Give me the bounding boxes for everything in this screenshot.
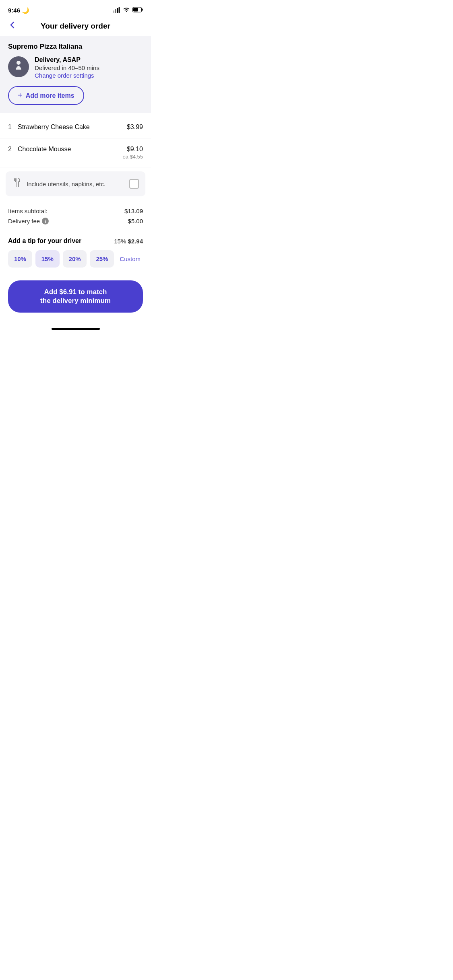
signal-icon xyxy=(113,7,120,14)
utensils-section: Include utensils, napkins, etc. xyxy=(6,171,145,196)
tip-header: Add a tip for your driver 15% $2.94 xyxy=(8,237,143,245)
delivery-mode: Delivery, ASAP xyxy=(35,56,99,64)
delivery-fee-info-icon[interactable]: i xyxy=(42,218,49,224)
svg-point-7 xyxy=(17,61,21,65)
tip-amount-value: $2.94 xyxy=(128,238,143,245)
svg-rect-0 xyxy=(113,10,114,13)
tip-percentage: 15% xyxy=(114,238,126,245)
svg-rect-2 xyxy=(117,8,118,13)
restaurant-section: Supremo Pizza Italiana Delivery, ASAP De… xyxy=(0,36,151,113)
delivery-info: Delivery, ASAP Delivered in 40–50 mins C… xyxy=(8,56,143,79)
delivery-fee-value: $5.00 xyxy=(128,218,143,224)
item-price-1: $3.99 xyxy=(127,124,143,131)
tip-section: Add a tip for your driver 15% $2.94 10% … xyxy=(0,232,151,274)
order-items-section: 1 Strawberry Cheese Cake $3.99 2 Chocola… xyxy=(0,113,151,167)
cta-line1: Add $6.91 to match xyxy=(16,288,135,296)
item-price-block-2: $9.10 ea $4.55 xyxy=(122,146,143,160)
back-button[interactable] xyxy=(8,21,17,32)
battery-icon xyxy=(132,7,143,14)
tip-20-button[interactable]: 20% xyxy=(63,250,87,268)
item-price-2: $9.10 xyxy=(122,146,143,153)
order-item-2: 2 Chocolate Mousse $9.10 ea $4.55 xyxy=(0,138,151,167)
utensils-icon xyxy=(12,178,22,190)
status-time: 9:46 🌙 xyxy=(8,7,29,14)
subtotal-value: $13.09 xyxy=(124,208,143,214)
tip-amount: 15% $2.94 xyxy=(114,238,143,245)
cta-button[interactable]: Add $6.91 to match the delivery minimum xyxy=(8,280,143,313)
status-icons xyxy=(113,7,143,14)
summary-section: Items subtotal: $13.09 Delivery fee i $5… xyxy=(0,200,151,232)
utensils-label: Include utensils, napkins, etc. xyxy=(27,181,124,187)
item-price-block-1: $3.99 xyxy=(127,124,143,131)
restaurant-name: Supremo Pizza Italiana xyxy=(8,43,143,51)
tip-custom-button[interactable]: Custom xyxy=(117,250,143,268)
restaurant-icon xyxy=(12,60,25,74)
subtotal-row: Items subtotal: $13.09 xyxy=(8,208,143,214)
cta-line2: the delivery minimum xyxy=(16,296,135,305)
change-settings-link[interactable]: Change order settings xyxy=(35,72,99,79)
item-name-2: Chocolate Mousse xyxy=(18,146,122,153)
add-icon: + xyxy=(18,91,23,100)
item-name-1: Strawberry Cheese Cake xyxy=(18,124,127,131)
tip-title: Add a tip for your driver xyxy=(8,237,81,245)
delivery-fee-row: Delivery fee i $5.00 xyxy=(8,218,143,224)
svg-rect-3 xyxy=(119,7,120,13)
restaurant-avatar xyxy=(8,56,29,77)
svg-rect-1 xyxy=(115,9,116,13)
add-more-items-button[interactable]: + Add more items xyxy=(8,86,84,105)
home-indicator xyxy=(0,325,151,331)
tip-buttons: 10% 15% 20% 25% Custom xyxy=(8,250,143,268)
utensils-checkbox[interactable] xyxy=(129,179,139,189)
wifi-icon xyxy=(123,7,130,14)
page-title: Your delivery order xyxy=(41,22,110,31)
item-unit-price-2: ea $4.55 xyxy=(122,154,143,160)
subtotal-label: Items subtotal: xyxy=(8,208,48,214)
delivery-time: Delivered in 40–50 mins xyxy=(35,64,99,71)
svg-rect-6 xyxy=(142,9,143,11)
item-qty-1: 1 xyxy=(8,124,18,131)
tip-10-button[interactable]: 10% xyxy=(8,250,32,268)
svg-rect-5 xyxy=(133,8,138,12)
tip-15-button[interactable]: 15% xyxy=(35,250,60,268)
cta-section: Add $6.91 to match the delivery minimum xyxy=(0,274,151,325)
page-header: Your delivery order xyxy=(0,18,151,36)
add-items-label: Add more items xyxy=(26,92,74,99)
status-bar: 9:46 🌙 xyxy=(0,0,151,18)
item-qty-2: 2 xyxy=(8,146,18,153)
delivery-fee-label: Delivery fee i xyxy=(8,218,49,224)
delivery-text: Delivery, ASAP Delivered in 40–50 mins C… xyxy=(35,56,99,79)
tip-25-button[interactable]: 25% xyxy=(90,250,114,268)
home-bar xyxy=(52,328,100,330)
order-item-1: 1 Strawberry Cheese Cake $3.99 xyxy=(0,116,151,138)
